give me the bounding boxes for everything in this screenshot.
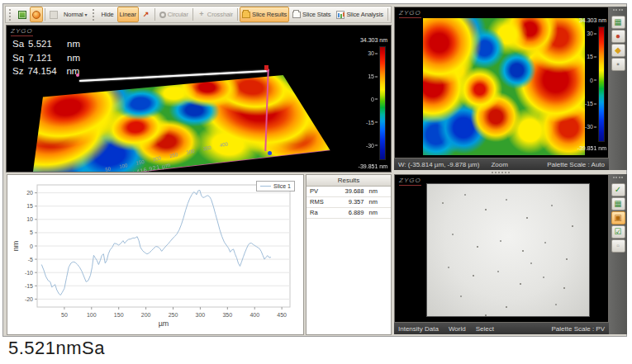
- svg-text:50: 50: [61, 312, 68, 318]
- slice-analysis-button[interactable]: Slice Analysis: [334, 7, 385, 22]
- scale-tick-label: -30: [585, 124, 596, 130]
- rail-buttons: ✓▦▣☑▫: [611, 183, 625, 253]
- results-row: RMS9.357nm: [306, 197, 391, 208]
- result-param: Ra: [306, 208, 332, 218]
- sphere-tool[interactable]: ●: [611, 30, 625, 43]
- scale-tick-label: 15: [587, 54, 596, 59]
- mask-tool[interactable]: ▣: [611, 211, 625, 225]
- palette-scale-mode[interactable]: Palette Scale : PV: [552, 325, 605, 333]
- bottom-caption: 5.521nmSa: [8, 338, 105, 359]
- zoom-mode-label[interactable]: Zoom: [491, 161, 507, 168]
- heightmap-image[interactable]: [423, 18, 585, 155]
- collapse-tool[interactable]: ▪: [611, 58, 625, 71]
- scale-gradient-track: 30150-15-30: [379, 46, 386, 160]
- svg-text:nm: nm: [12, 241, 20, 252]
- scale-tick-label: -15: [366, 119, 378, 125]
- toolbar-separator: [387, 8, 388, 21]
- palette-scalebar-3d: 34.303 nm 30150-15-30 -39.851 nm: [343, 37, 387, 169]
- legend-line-sample: [260, 186, 271, 187]
- intensity-status-items: Intensity DataWorldSelect: [398, 325, 494, 333]
- slope-arrow-button[interactable]: ↗: [140, 7, 153, 22]
- slice-stats-button[interactable]: Slice Stats: [290, 7, 333, 22]
- scale-gradient: [598, 26, 605, 142]
- results-table: PV39.688nmRMS9.357nmRa6.889nm: [306, 187, 391, 219]
- toolbar-grip: [93, 9, 97, 21]
- scale-min-label: -39.851 nm: [359, 163, 387, 169]
- rail-grip: [613, 177, 623, 181]
- scale-tick-label: 0: [371, 96, 378, 102]
- palette-scale-mode[interactable]: Palette Scale : Auto: [547, 161, 605, 168]
- status-item-1[interactable]: World: [449, 325, 466, 333]
- surface-3d-plot[interactable]: [31, 75, 330, 173]
- svg-text:-15: -15: [25, 283, 33, 289]
- results-panel: Results PV39.688nmRMS9.357nmRa6.889nm: [306, 174, 392, 335]
- stat-label: Sz: [12, 64, 23, 78]
- normal-mode-button[interactable]: Normal▾: [61, 7, 90, 22]
- intensity-image[interactable]: [426, 183, 590, 317]
- hide-button[interactable]: Hide: [99, 7, 116, 22]
- heightmap-view[interactable]: ZYGO 34.303 nm 30150-15-30 -39.851 nm: [394, 7, 609, 158]
- normal-mode-button-label: Normal: [64, 11, 83, 18]
- surface-3d-texture: [31, 75, 330, 173]
- linear-slice-button[interactable]: Linear: [117, 7, 139, 22]
- slice-results-button[interactable]: Slice Results: [240, 7, 289, 22]
- extra-tool[interactable]: ▫: [611, 239, 625, 253]
- app-window: Normal▾HideLinear↗Circular+CrosshairSlic…: [2, 3, 627, 337]
- slice-analysis-icon: [336, 11, 345, 19]
- svg-text:-10: -10: [25, 270, 33, 276]
- result-unit: nm: [368, 187, 391, 196]
- slice-endpoint-marker[interactable]: [76, 73, 79, 77]
- linear-slice-button-label: Linear: [120, 11, 136, 18]
- scale-gradient-track: 30150-15-30: [598, 26, 605, 142]
- accept-tool[interactable]: ✓: [611, 183, 625, 196]
- rail-buttons: ▦●◆▪: [611, 16, 625, 71]
- highlight-mode-button[interactable]: [30, 7, 43, 22]
- undo-button[interactable]: ↶: [390, 7, 392, 22]
- result-value: 9.357: [332, 197, 369, 207]
- svg-text:450: 450: [277, 312, 287, 318]
- slice-results-button-label: Slice Results: [252, 11, 287, 18]
- intensity-view[interactable]: ZYGO: [394, 174, 609, 323]
- surface-stats: Sa5.521nmSq7.121nmSz74.154nm: [12, 37, 80, 78]
- scale-max-label: 34.303 nm: [360, 37, 387, 43]
- view-mode-button[interactable]: [47, 7, 60, 22]
- main-toolbar: Normal▾HideLinear↗Circular+CrosshairSlic…: [5, 6, 392, 23]
- scale-gradient: [379, 46, 386, 160]
- svg-text:100: 100: [87, 312, 97, 318]
- surface-3d-view[interactable]: ZYGO Sa5.521nmSq7.121nmSz74.154nm 50 100…: [6, 25, 392, 173]
- result-unit: nm: [368, 208, 391, 218]
- layout-grid-button[interactable]: [16, 7, 29, 22]
- svg-text:200: 200: [141, 312, 151, 318]
- palette-tool[interactable]: ◆: [611, 44, 625, 57]
- svg-text:350: 350: [222, 312, 232, 318]
- zygo-watermark: ZYGO: [399, 10, 421, 18]
- slope-arrow-icon: ↗: [142, 11, 150, 19]
- toolbar-separator: [154, 8, 155, 21]
- status-item-0[interactable]: Intensity Data: [398, 325, 439, 333]
- layout-grid-icon: [18, 11, 26, 19]
- slice-stats-button-label: Slice Stats: [302, 11, 330, 18]
- results-row: PV39.688nm: [306, 187, 391, 197]
- intensity-panel: ZYGO Intensity DataWorldSelect Palette S…: [392, 174, 627, 335]
- metrology-app-screenshot: Normal▾HideLinear↗Circular+CrosshairSlic…: [0, 0, 632, 364]
- toolbar-separator: [192, 8, 193, 21]
- grid-tool[interactable]: ▦: [611, 16, 625, 29]
- surface-stat-row: Sz74.154nm: [12, 64, 80, 78]
- heightmap-statusbar: W: (-35.814 µm, -9.878 µm) Zoom Palette …: [394, 158, 609, 170]
- scale-max-label: 34.303 nm: [579, 17, 606, 23]
- zygo-watermark: ZYGO: [11, 28, 33, 36]
- svg-text:20: 20: [26, 190, 33, 196]
- status-item-2[interactable]: Select: [476, 325, 494, 333]
- stat-label: Sa: [12, 37, 24, 51]
- scale-min-label: -39.851 nm: [577, 145, 606, 151]
- layers-tool[interactable]: ▦: [611, 197, 625, 210]
- scale-tick-label: -30: [366, 142, 378, 148]
- check-tool[interactable]: ☑: [611, 225, 625, 239]
- slice-profile-chart-host[interactable]: 20151050-5-10-15-20501001502002503003504…: [11, 178, 298, 332]
- view-mode-icon: [50, 11, 58, 19]
- slice-stats-icon: [292, 12, 301, 18]
- highlight-mode-icon: [32, 11, 40, 19]
- scale-tick-label: 15: [368, 73, 378, 78]
- svg-text:-5: -5: [28, 257, 33, 262]
- circular-slice-icon: [159, 12, 166, 18]
